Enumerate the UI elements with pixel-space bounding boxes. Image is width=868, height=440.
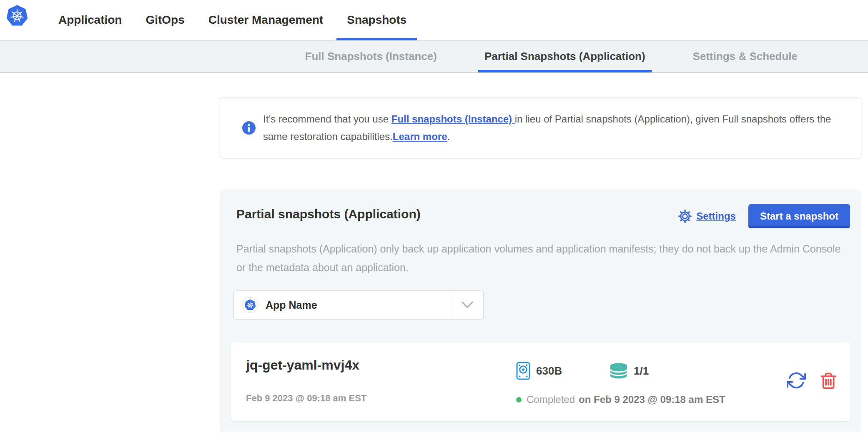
- status-dot: [516, 397, 522, 402]
- info-banner-text: It’s recommend that you use Full snapsho…: [263, 110, 847, 145]
- settings-link-label: Settings: [696, 210, 736, 222]
- panel-title: Partial snapshots (Application): [236, 207, 421, 221]
- app-name-select[interactable]: App Name: [233, 290, 484, 320]
- tab-full-snapshots[interactable]: Full Snapshots (Instance): [299, 40, 443, 72]
- gear-icon: [678, 209, 692, 223]
- kubernetes-logo-icon: [6, 5, 28, 27]
- snapshot-size: 630B: [516, 362, 562, 380]
- snapshot-name: jq-get-yaml-mvj4x: [246, 358, 359, 373]
- delete-snapshot-button[interactable]: [820, 371, 837, 390]
- panel-description: Partial snapshots (Application) only bac…: [236, 240, 845, 277]
- learn-more-link[interactable]: Learn more: [393, 131, 447, 142]
- snapshot-volumes-value: 1/1: [634, 365, 649, 378]
- nav-item-cluster-management[interactable]: Cluster Management: [198, 0, 334, 40]
- snapshots-subnav: Full Snapshots (Instance) Partial Snapsh…: [0, 40, 868, 72]
- select-caret-area[interactable]: [451, 291, 483, 319]
- settings-link[interactable]: Settings: [678, 209, 736, 223]
- snapshot-row: jq-get-yaml-mvj4x Feb 9 2023 @ 09:18 am …: [231, 342, 850, 421]
- delete-icon: [820, 371, 837, 390]
- top-nav: Application GitOps Cluster Management Sn…: [0, 0, 868, 40]
- volumes-icon: [610, 362, 628, 379]
- restore-icon: [787, 371, 806, 390]
- nav-item-gitops[interactable]: GitOps: [135, 0, 195, 40]
- nav-item-snapshots[interactable]: Snapshots: [336, 0, 417, 40]
- status-finished-date: on Feb 9 2023 @ 09:18 am EST: [579, 394, 725, 405]
- start-snapshot-button[interactable]: Start a snapshot: [748, 204, 850, 228]
- partial-snapshots-panel: Partial snapshots (Application): [220, 190, 861, 432]
- snapshot-created-date: Feb 9 2023 @ 09:18 am EST: [246, 393, 366, 404]
- app-kubernetes-icon: [242, 297, 258, 313]
- primary-nav: Application GitOps Cluster Management Sn…: [48, 0, 417, 40]
- snapshot-status: Completed on Feb 9 2023 @ 09:18 am EST: [516, 394, 725, 405]
- nav-item-application[interactable]: Application: [48, 0, 132, 40]
- snapshot-volumes: 1/1: [610, 362, 649, 380]
- disk-icon: [516, 362, 530, 380]
- tab-partial-snapshots[interactable]: Partial Snapshots (Application): [478, 40, 652, 72]
- panel-controls: Settings Start a snapshot: [678, 204, 850, 228]
- snapshot-size-value: 630B: [536, 365, 562, 378]
- active-tab-underline: [478, 70, 652, 72]
- full-snapshots-link[interactable]: Full snapshots (Instance): [391, 113, 515, 125]
- tab-settings-schedule[interactable]: Settings & Schedule: [687, 40, 804, 72]
- status-label: Completed: [527, 394, 575, 405]
- app-name-value: App Name: [266, 299, 317, 311]
- restore-snapshot-button[interactable]: [787, 371, 806, 390]
- snapshot-actions: [787, 371, 837, 390]
- info-banner: It’s recommend that you use Full snapsho…: [220, 97, 861, 158]
- info-icon: [242, 121, 256, 135]
- chevron-down-icon: [461, 301, 474, 309]
